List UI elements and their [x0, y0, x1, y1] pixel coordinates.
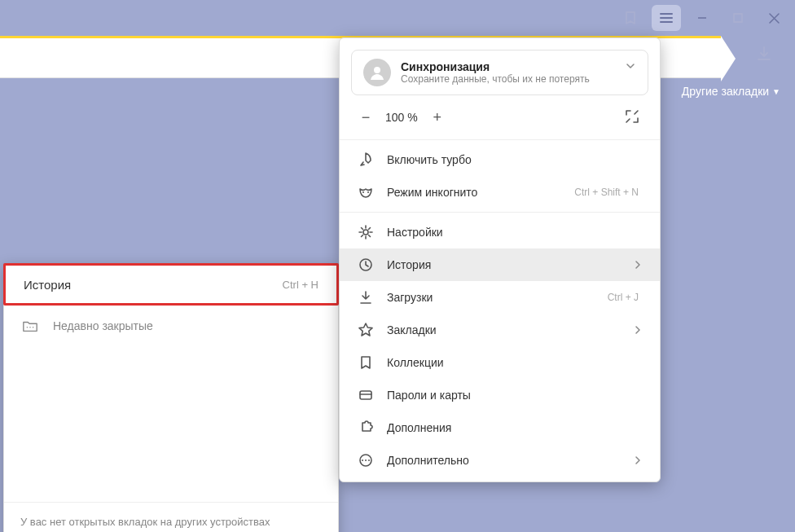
rocket-icon: [358, 152, 374, 168]
recently-closed-item[interactable]: Недавно закрытые: [4, 305, 338, 347]
main-menu: Синхронизация Сохраните данные, чтобы их…: [339, 37, 661, 482]
chevron-down-icon: [625, 60, 636, 72]
zoom-out-button[interactable]: −: [358, 109, 374, 126]
submenu-footer: У вас нет открытых вкладок на других уст…: [4, 502, 338, 532]
menu-item-label: Загрузки: [387, 291, 595, 304]
separator: [340, 139, 660, 140]
svg-point-3: [33, 327, 33, 328]
recently-closed-label: Недавно закрытые: [53, 319, 153, 332]
zoom-row: − 100 % +: [340, 100, 660, 136]
download-button[interactable]: [756, 46, 772, 62]
menu-item-mask[interactable]: Режим инкогнитоCtrl + Shift + N: [340, 176, 660, 209]
menu-item-label: Настройки: [387, 226, 642, 239]
menu-item-label: Включить турбо: [387, 153, 642, 166]
menu-item-dots[interactable]: Дополнительно: [340, 444, 660, 477]
bookmark-icon: [358, 354, 374, 371]
chevron-right-icon: [634, 455, 642, 466]
menu-item-label: Коллекции: [387, 356, 642, 369]
folder-dots-icon: [22, 318, 38, 334]
dots-icon: [358, 452, 374, 468]
mask-icon: [358, 184, 374, 200]
zoom-in-button[interactable]: +: [429, 109, 446, 126]
menu-item-label: Режим инкогнито: [387, 186, 561, 199]
menu-item-puzzle[interactable]: Дополнения: [340, 411, 660, 444]
separator: [340, 212, 660, 213]
menu-item-label: Закладки: [387, 323, 621, 336]
menu-button[interactable]: [648, 2, 684, 34]
avatar-icon: [363, 59, 391, 86]
star-icon: [358, 322, 374, 338]
svg-point-1: [27, 327, 28, 328]
menu-item-shortcut: Ctrl + Shift + N: [574, 187, 639, 198]
clock-icon: [358, 257, 374, 273]
history-header[interactable]: История Ctrl + H: [3, 263, 339, 306]
menu-item-shortcut: Ctrl + J: [608, 292, 639, 303]
bookmark-button[interactable]: [613, 2, 648, 34]
menu-item-clock[interactable]: История: [340, 248, 660, 281]
menu-item-label: Пароли и карты: [387, 389, 642, 402]
submenu-spacer: [4, 347, 338, 502]
history-submenu: История Ctrl + H Недавно закрытые У вас …: [3, 263, 339, 532]
menu-item-bookmark[interactable]: Коллекции: [340, 346, 660, 379]
titlebar: [0, 0, 795, 36]
maximize-button[interactable]: [720, 2, 756, 34]
menu-item-card[interactable]: Пароли и карты: [340, 379, 660, 411]
svg-point-4: [374, 67, 380, 73]
fullscreen-button[interactable]: [624, 108, 642, 126]
history-header-label: История: [24, 278, 71, 292]
menu-item-star[interactable]: Закладки: [340, 314, 660, 346]
sync-subtitle: Сохраните данные, чтобы их не потерять: [401, 73, 590, 85]
chevron-right-icon: [634, 259, 642, 270]
puzzle-icon: [358, 420, 374, 436]
download-icon: [358, 289, 374, 306]
zoom-value: 100 %: [385, 111, 418, 124]
menu-item-label: Дополнительно: [387, 454, 621, 467]
menu-item-download[interactable]: ЗагрузкиCtrl + J: [340, 281, 660, 314]
minimize-button[interactable]: [684, 2, 720, 34]
other-bookmarks-label: Другие закладки: [682, 85, 769, 98]
menu-item-gear[interactable]: Настройки: [340, 216, 660, 248]
sync-title: Синхронизация: [401, 60, 590, 73]
svg-rect-0: [734, 14, 742, 22]
card-icon: [358, 387, 374, 403]
hamburger-icon: [660, 13, 673, 23]
history-header-shortcut: Ctrl + H: [283, 279, 318, 291]
sync-card[interactable]: Синхронизация Сохраните данные, чтобы их…: [351, 50, 648, 95]
caret-down-icon: ▼: [772, 87, 780, 96]
svg-point-2: [29, 327, 30, 328]
chevron-right-icon: [634, 324, 642, 336]
menu-item-rocket[interactable]: Включить турбо: [340, 143, 660, 176]
menu-item-label: История: [387, 258, 621, 271]
other-bookmarks-button[interactable]: Другие закладки ▼: [682, 85, 780, 98]
gear-icon: [358, 224, 374, 240]
menu-item-label: Дополнения: [387, 421, 642, 434]
close-button[interactable]: [756, 2, 792, 34]
